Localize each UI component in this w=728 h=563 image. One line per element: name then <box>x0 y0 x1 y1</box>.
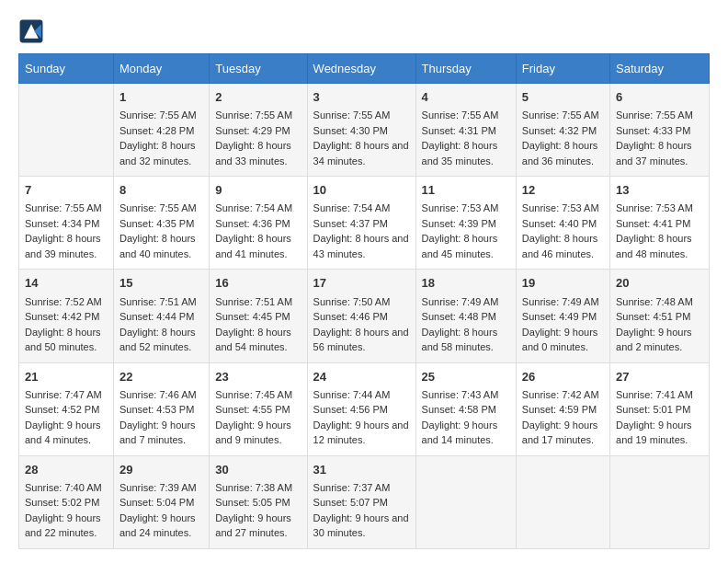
calendar-cell: 24Sunrise: 7:44 AMSunset: 4:56 PMDayligh… <box>307 362 415 455</box>
header-day: Thursday <box>415 54 516 84</box>
page-header <box>18 18 710 44</box>
calendar-week-row: 14Sunrise: 7:52 AMSunset: 4:42 PMDayligh… <box>19 270 710 362</box>
calendar-cell: 1Sunrise: 7:55 AMSunset: 4:28 PMDaylight… <box>114 84 210 177</box>
cell-info: Sunrise: 7:50 AMSunset: 4:46 PMDaylight:… <box>313 294 410 355</box>
calendar-cell: 11Sunrise: 7:53 AMSunset: 4:39 PMDayligh… <box>415 177 516 270</box>
calendar-cell: 8Sunrise: 7:55 AMSunset: 4:35 PMDaylight… <box>114 177 210 270</box>
calendar-week-row: 1Sunrise: 7:55 AMSunset: 4:28 PMDaylight… <box>19 84 710 177</box>
cell-info: Sunrise: 7:55 AMSunset: 4:34 PMDaylight:… <box>25 201 108 261</box>
cell-info: Sunrise: 7:55 AMSunset: 4:35 PMDaylight:… <box>119 201 203 261</box>
cell-info: Sunrise: 7:38 AMSunset: 5:05 PMDaylight:… <box>215 480 301 541</box>
calendar-header: SundayMondayTuesdayWednesdayThursdayFrid… <box>19 54 710 84</box>
cell-info: Sunrise: 7:55 AMSunset: 4:30 PMDaylight:… <box>313 108 410 168</box>
cell-info: Sunrise: 7:48 AMSunset: 4:51 PMDaylight:… <box>616 294 703 355</box>
cell-info: Sunrise: 7:55 AMSunset: 4:31 PMDaylight:… <box>422 108 510 168</box>
calendar-cell: 26Sunrise: 7:42 AMSunset: 4:59 PMDayligh… <box>516 362 609 455</box>
calendar-cell: 4Sunrise: 7:55 AMSunset: 4:31 PMDaylight… <box>415 84 516 177</box>
calendar-table: SundayMondayTuesdayWednesdayThursdayFrid… <box>18 53 710 549</box>
header-day: Tuesday <box>210 54 307 84</box>
date-number: 12 <box>522 182 604 199</box>
calendar-body: 1Sunrise: 7:55 AMSunset: 4:28 PMDaylight… <box>19 84 710 549</box>
cell-info: Sunrise: 7:54 AMSunset: 4:37 PMDaylight:… <box>313 201 410 261</box>
calendar-cell: 13Sunrise: 7:53 AMSunset: 4:41 PMDayligh… <box>610 177 710 270</box>
header-day: Sunday <box>19 54 114 84</box>
cell-info: Sunrise: 7:44 AMSunset: 4:56 PMDaylight:… <box>313 387 410 448</box>
date-number: 29 <box>119 462 203 478</box>
cell-info: Sunrise: 7:39 AMSunset: 5:04 PMDaylight:… <box>119 480 203 541</box>
cell-info: Sunrise: 7:41 AMSunset: 5:01 PMDaylight:… <box>616 387 703 448</box>
date-number: 22 <box>119 369 203 385</box>
date-number: 24 <box>313 369 410 385</box>
cell-info: Sunrise: 7:51 AMSunset: 4:45 PMDaylight:… <box>215 294 301 355</box>
date-number: 11 <box>422 182 510 199</box>
calendar-cell: 15Sunrise: 7:51 AMSunset: 4:44 PMDayligh… <box>114 270 210 362</box>
calendar-cell <box>19 84 114 177</box>
calendar-week-row: 7Sunrise: 7:55 AMSunset: 4:34 PMDaylight… <box>19 177 710 270</box>
calendar-cell <box>415 455 516 548</box>
calendar-cell <box>610 455 710 548</box>
cell-info: Sunrise: 7:55 AMSunset: 4:32 PMDaylight:… <box>522 108 604 168</box>
cell-info: Sunrise: 7:47 AMSunset: 4:52 PMDaylight:… <box>25 387 108 448</box>
calendar-cell: 5Sunrise: 7:55 AMSunset: 4:32 PMDaylight… <box>516 84 609 177</box>
calendar-cell: 28Sunrise: 7:40 AMSunset: 5:02 PMDayligh… <box>19 455 114 548</box>
calendar-cell: 12Sunrise: 7:53 AMSunset: 4:40 PMDayligh… <box>516 177 609 270</box>
date-number: 23 <box>215 369 301 385</box>
cell-info: Sunrise: 7:51 AMSunset: 4:44 PMDaylight:… <box>119 294 203 355</box>
date-number: 28 <box>25 462 108 478</box>
cell-info: Sunrise: 7:43 AMSunset: 4:58 PMDaylight:… <box>422 387 510 448</box>
cell-info: Sunrise: 7:53 AMSunset: 4:41 PMDaylight:… <box>616 201 703 261</box>
date-number: 14 <box>25 275 108 292</box>
calendar-cell: 17Sunrise: 7:50 AMSunset: 4:46 PMDayligh… <box>307 270 415 362</box>
cell-info: Sunrise: 7:40 AMSunset: 5:02 PMDaylight:… <box>25 480 108 541</box>
date-number: 7 <box>25 182 108 199</box>
header-day: Friday <box>516 54 609 84</box>
calendar-cell: 19Sunrise: 7:49 AMSunset: 4:49 PMDayligh… <box>516 270 609 362</box>
date-number: 10 <box>313 182 410 199</box>
header-day: Saturday <box>610 54 710 84</box>
logo <box>18 18 48 44</box>
date-number: 1 <box>119 89 203 106</box>
cell-info: Sunrise: 7:54 AMSunset: 4:36 PMDaylight:… <box>215 201 301 261</box>
header-row: SundayMondayTuesdayWednesdayThursdayFrid… <box>19 54 710 84</box>
calendar-cell: 10Sunrise: 7:54 AMSunset: 4:37 PMDayligh… <box>307 177 415 270</box>
date-number: 5 <box>522 89 604 106</box>
calendar-cell: 29Sunrise: 7:39 AMSunset: 5:04 PMDayligh… <box>114 455 210 548</box>
calendar-cell: 30Sunrise: 7:38 AMSunset: 5:05 PMDayligh… <box>210 455 307 548</box>
calendar-cell: 14Sunrise: 7:52 AMSunset: 4:42 PMDayligh… <box>19 270 114 362</box>
cell-info: Sunrise: 7:37 AMSunset: 5:07 PMDaylight:… <box>313 480 410 541</box>
date-number: 9 <box>215 182 301 199</box>
cell-info: Sunrise: 7:55 AMSunset: 4:29 PMDaylight:… <box>215 108 301 168</box>
cell-info: Sunrise: 7:55 AMSunset: 4:33 PMDaylight:… <box>616 108 703 168</box>
calendar-cell: 9Sunrise: 7:54 AMSunset: 4:36 PMDaylight… <box>210 177 307 270</box>
date-number: 3 <box>313 89 410 106</box>
logo-icon <box>18 18 44 44</box>
date-number: 17 <box>313 275 410 292</box>
cell-info: Sunrise: 7:53 AMSunset: 4:40 PMDaylight:… <box>522 201 604 261</box>
calendar-cell: 25Sunrise: 7:43 AMSunset: 4:58 PMDayligh… <box>415 362 516 455</box>
cell-info: Sunrise: 7:52 AMSunset: 4:42 PMDaylight:… <box>25 294 108 355</box>
calendar-cell: 21Sunrise: 7:47 AMSunset: 4:52 PMDayligh… <box>19 362 114 455</box>
date-number: 21 <box>25 369 108 385</box>
calendar-cell: 31Sunrise: 7:37 AMSunset: 5:07 PMDayligh… <box>307 455 415 548</box>
date-number: 4 <box>422 89 510 106</box>
date-number: 18 <box>422 275 510 292</box>
cell-info: Sunrise: 7:46 AMSunset: 4:53 PMDaylight:… <box>119 387 203 448</box>
date-number: 19 <box>522 275 604 292</box>
cell-info: Sunrise: 7:55 AMSunset: 4:28 PMDaylight:… <box>119 108 203 168</box>
calendar-cell: 7Sunrise: 7:55 AMSunset: 4:34 PMDaylight… <box>19 177 114 270</box>
date-number: 30 <box>215 462 301 478</box>
cell-info: Sunrise: 7:53 AMSunset: 4:39 PMDaylight:… <box>422 201 510 261</box>
date-number: 13 <box>616 182 703 199</box>
date-number: 31 <box>313 462 410 478</box>
date-number: 6 <box>616 89 703 106</box>
header-day: Wednesday <box>307 54 415 84</box>
date-number: 2 <box>215 89 301 106</box>
date-number: 27 <box>616 369 703 385</box>
date-number: 16 <box>215 275 301 292</box>
cell-info: Sunrise: 7:42 AMSunset: 4:59 PMDaylight:… <box>522 387 604 448</box>
calendar-cell <box>516 455 609 548</box>
calendar-cell: 2Sunrise: 7:55 AMSunset: 4:29 PMDaylight… <box>210 84 307 177</box>
date-number: 8 <box>119 182 203 199</box>
date-number: 25 <box>422 369 510 385</box>
calendar-cell: 27Sunrise: 7:41 AMSunset: 5:01 PMDayligh… <box>610 362 710 455</box>
